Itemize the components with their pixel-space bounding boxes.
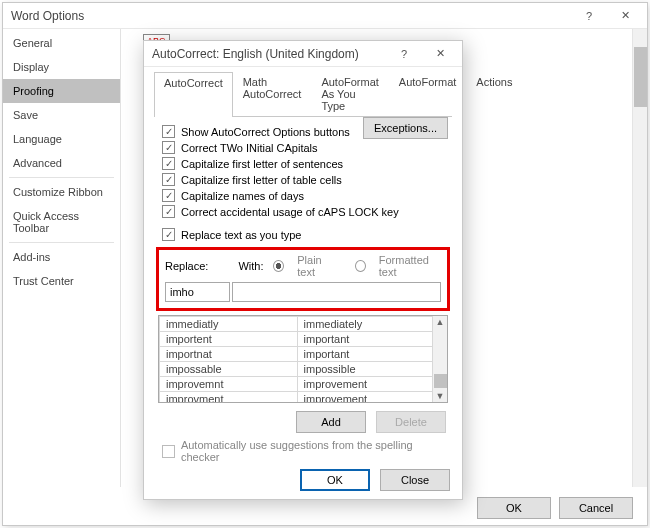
- cancel-button[interactable]: Cancel: [559, 497, 633, 519]
- autocorrect-tabs: AutoCorrect Math AutoCorrect AutoFormat …: [154, 71, 452, 117]
- sidebar-item-trust-center[interactable]: Trust Center: [3, 269, 120, 293]
- sidebar-item-general[interactable]: General: [3, 31, 120, 55]
- radio-formatted[interactable]: [355, 260, 366, 272]
- opt-label: Capitalize first letter of sentences: [181, 158, 343, 170]
- sidebar-item-qat[interactable]: Quick Access Toolbar: [3, 204, 120, 240]
- checkbox-two-initial[interactable]: [162, 141, 175, 154]
- opt-label: Capitalize names of days: [181, 190, 304, 202]
- opt-label: Replace text as you type: [181, 229, 301, 241]
- help-icon[interactable]: ?: [386, 42, 422, 66]
- list-row: immediatlyimmediately: [160, 317, 447, 332]
- autocorrect-titlebar[interactable]: AutoCorrect: English (United Kingdom) ? …: [144, 41, 462, 67]
- list-row: improvmentimprovement: [160, 392, 447, 404]
- sidebar-item-advanced[interactable]: Advanced: [3, 151, 120, 175]
- checkbox-cap-table[interactable]: [162, 173, 175, 186]
- tab-math[interactable]: Math AutoCorrect: [233, 71, 312, 116]
- word-options-title: Word Options: [11, 9, 571, 23]
- exceptions-button[interactable]: Exceptions...: [363, 117, 448, 139]
- label-autosug: Automatically use suggestions from the s…: [181, 439, 452, 463]
- chevron-up-icon[interactable]: ▲: [435, 316, 446, 328]
- sidebar-item-proofing[interactable]: Proofing: [3, 79, 120, 103]
- replace-list[interactable]: immediatlyimmediately importentimportant…: [158, 315, 448, 403]
- opt-label: Show AutoCorrect Options buttons: [181, 126, 350, 138]
- opt-label: Correct accidental usage of cAPS LOCK ke…: [181, 206, 399, 218]
- main-scrollbar[interactable]: [632, 29, 647, 487]
- word-options-footer: OK Cancel: [477, 497, 633, 519]
- tab-autocorrect[interactable]: AutoCorrect: [154, 72, 233, 117]
- checkbox-cap-days[interactable]: [162, 189, 175, 202]
- checkbox-capslock[interactable]: [162, 205, 175, 218]
- ok-button[interactable]: OK: [477, 497, 551, 519]
- list-row: impossableimpossible: [160, 362, 447, 377]
- tab-afayt[interactable]: AutoFormat As You Type: [311, 71, 388, 116]
- checkbox-autosug[interactable]: [162, 445, 175, 458]
- autocorrect-title: AutoCorrect: English (United Kingdom): [152, 47, 386, 61]
- replace-with-fields: Replace: With: Plain text Formatted text: [156, 247, 450, 311]
- close-button[interactable]: Close: [380, 469, 450, 491]
- sidebar-item-display[interactable]: Display: [3, 55, 120, 79]
- with-input[interactable]: [232, 282, 441, 302]
- label-with: With:: [238, 260, 263, 272]
- tab-actions[interactable]: Actions: [466, 71, 522, 116]
- opt-label: Capitalize first letter of table cells: [181, 174, 342, 186]
- opt-label: Correct TWo INitial CApitals: [181, 142, 318, 154]
- checkbox-replace-type[interactable]: [162, 228, 175, 241]
- list-row: improvemntimprovement: [160, 377, 447, 392]
- sidebar-item-save[interactable]: Save: [3, 103, 120, 127]
- label-plain: Plain text: [297, 254, 337, 278]
- help-icon[interactable]: ?: [571, 4, 607, 28]
- sidebar-item-language[interactable]: Language: [3, 127, 120, 151]
- checkbox-show-buttons[interactable]: [162, 125, 175, 138]
- tab-autoformat[interactable]: AutoFormat: [389, 71, 466, 116]
- options-sidebar: General Display Proofing Save Language A…: [3, 29, 121, 487]
- list-row: importnatimportant: [160, 347, 447, 362]
- replace-input[interactable]: [165, 282, 230, 302]
- chevron-down-icon[interactable]: ▼: [435, 390, 446, 402]
- autocorrect-dialog: AutoCorrect: English (United Kingdom) ? …: [143, 40, 463, 500]
- ok-button[interactable]: OK: [300, 469, 370, 491]
- sidebar-item-addins[interactable]: Add-ins: [3, 245, 120, 269]
- add-button[interactable]: Add: [296, 411, 366, 433]
- checkbox-cap-sent[interactable]: [162, 157, 175, 170]
- delete-button[interactable]: Delete: [376, 411, 446, 433]
- label-formatted: Formatted text: [379, 254, 441, 278]
- word-options-titlebar[interactable]: Word Options ? ✕: [3, 3, 647, 29]
- list-scrollbar[interactable]: ▲ ▼: [432, 316, 447, 402]
- close-icon[interactable]: ✕: [422, 42, 458, 66]
- label-replace: Replace:: [165, 260, 208, 272]
- close-icon[interactable]: ✕: [607, 4, 643, 28]
- sidebar-item-customize-ribbon[interactable]: Customize Ribbon: [3, 180, 120, 204]
- radio-plain[interactable]: [273, 260, 284, 272]
- list-row: importentimportant: [160, 332, 447, 347]
